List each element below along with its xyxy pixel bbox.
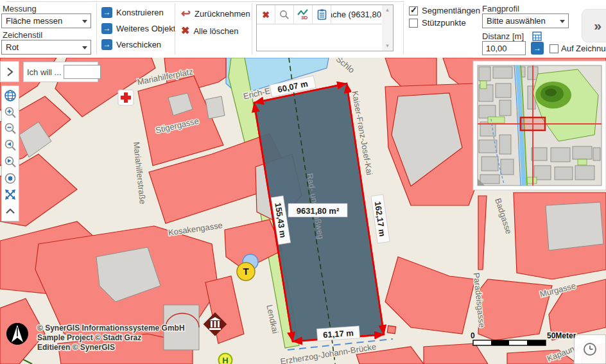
zeichenstil-select[interactable]: Rot bbox=[1, 40, 91, 55]
separator bbox=[403, 3, 404, 55]
history-clock-button[interactable] bbox=[574, 334, 606, 364]
toolbar-expand-button[interactable]: » bbox=[582, 9, 606, 42]
measure-result-list: ✖ 3D bbox=[256, 4, 394, 51]
open-sidebar-button[interactable] bbox=[0, 61, 19, 82]
checkbox-box[interactable]: ✓ bbox=[409, 19, 418, 28]
profile-3d-button[interactable]: 3D bbox=[294, 5, 313, 24]
toolbar-topline bbox=[6, 1, 404, 2]
zuruecknehmen-button[interactable]: ↩ Zurücknehmen bbox=[181, 8, 250, 19]
measure-toolbar: Messung Fläche messen Zeichenstil Rot → … bbox=[0, 0, 606, 58]
measure-result-row[interactable]: ✖ 3D bbox=[257, 5, 382, 24]
fangprofil-label: Fangprofil bbox=[482, 4, 519, 13]
area-label: 9631,80 m² bbox=[288, 204, 347, 217]
center-target-icon bbox=[4, 172, 17, 185]
fangprofil-select-value: Bitte auswählen bbox=[487, 16, 546, 26]
report-button[interactable] bbox=[313, 5, 331, 24]
chevron-right-icon bbox=[5, 67, 14, 77]
alle-loeschen-label: Alle löschen bbox=[193, 26, 238, 36]
center-map-button[interactable] bbox=[3, 171, 17, 186]
zoom-previous-icon bbox=[4, 139, 17, 152]
zoom-previous-button[interactable] bbox=[3, 138, 17, 152]
chevrons-right-icon: » bbox=[594, 18, 602, 33]
weboffice-app: Messung Fläche messen Zeichenstil Rot → … bbox=[0, 0, 606, 364]
stuetzpunkte-label: Stützpunkte bbox=[422, 18, 466, 28]
delete-result-button[interactable]: ✖ bbox=[257, 5, 275, 24]
alle-loeschen-button[interactable]: ✖ Alle löschen bbox=[181, 25, 239, 37]
zeichenstil-select-value: Rot bbox=[6, 42, 19, 52]
chevron-up-icon bbox=[4, 207, 16, 216]
caret-down-icon bbox=[82, 20, 87, 26]
konstruieren-label: Konstruieren bbox=[116, 8, 164, 17]
weiteres-objekt-button[interactable]: → Weiteres Objekt bbox=[101, 23, 175, 34]
zoom-in-icon bbox=[4, 106, 17, 119]
zoom-next-icon bbox=[4, 155, 17, 168]
snap-checkbox[interactable]: ✓ bbox=[550, 44, 558, 53]
result-list-scrollbar[interactable]: ▲ ▼ bbox=[382, 5, 393, 51]
zoom-to-result-button[interactable] bbox=[275, 5, 294, 24]
checkbox-box[interactable]: ✓ bbox=[409, 6, 418, 15]
check-icon: ✓ bbox=[410, 5, 417, 15]
stuetzpunkte-checkbox[interactable]: ✓ Stützpunkte bbox=[409, 18, 466, 28]
chart-3d-icon: 3D bbox=[297, 9, 309, 21]
redcross-icon bbox=[118, 90, 134, 105]
result-row-label: Fläche (9631,80 m²) bbox=[331, 5, 382, 24]
snap-label: Auf Zeichnung fang bbox=[561, 44, 606, 53]
zoom-out-icon bbox=[4, 122, 17, 135]
verschicken-label: Verschicken bbox=[116, 40, 161, 49]
separator bbox=[175, 3, 175, 55]
ich-will-search[interactable]: Ich will ... bbox=[23, 62, 98, 82]
overview-extent-rect[interactable] bbox=[521, 117, 545, 130]
scroll-down-icon[interactable]: ▼ bbox=[385, 41, 390, 51]
segmentlaengen-label: Segmentlängen bbox=[422, 6, 480, 15]
svg-text:3D: 3D bbox=[301, 15, 307, 21]
caret-down-icon bbox=[560, 20, 565, 26]
zoom-in-button[interactable] bbox=[3, 105, 17, 119]
zoom-next-button[interactable] bbox=[3, 155, 17, 169]
verschicken-button[interactable]: → Verschicken bbox=[101, 39, 161, 50]
bus-stop-icon: H bbox=[219, 354, 232, 364]
collapse-tools-button[interactable] bbox=[3, 204, 17, 218]
north-arrow-logo bbox=[6, 323, 28, 345]
svg-text:9631,80 m²: 9631,80 m² bbox=[297, 206, 340, 216]
messung-select-value: Fläche messen bbox=[6, 16, 62, 26]
svg-text:© SynerGIS Informationssysteme: © SynerGIS Informationssysteme GmbH bbox=[37, 324, 185, 333]
segmentlaengen-checkbox[interactable]: ✓ Segmentlängen bbox=[409, 6, 480, 15]
fangprofil-select[interactable]: Bitte auswählen bbox=[482, 13, 569, 28]
svg-text:H: H bbox=[222, 356, 228, 364]
arrow-right-icon: → bbox=[533, 44, 541, 53]
globe-icon bbox=[4, 89, 17, 102]
distanz-label: Distanz [m] bbox=[482, 31, 524, 41]
magnifier-icon bbox=[279, 10, 290, 20]
map-tools-strip bbox=[1, 85, 19, 221]
scroll-up-icon[interactable]: ▲ bbox=[385, 5, 390, 15]
fullscreen-arrows-icon bbox=[4, 188, 17, 201]
distanz-input[interactable] bbox=[482, 41, 526, 55]
fullscreen-button[interactable] bbox=[3, 187, 17, 202]
map-canvas[interactable]: Mariahilferplatz Stigergasse Mariahilfer… bbox=[0, 58, 606, 364]
overview-map[interactable] bbox=[473, 61, 606, 190]
messung-select[interactable]: Fläche messen bbox=[1, 13, 91, 28]
svg-text:Sample Project © Stadt Graz: Sample Project © Stadt Graz bbox=[37, 333, 141, 342]
svg-text:0: 0 bbox=[471, 331, 475, 340]
ich-will-label: Ich will ... bbox=[27, 67, 61, 77]
ich-will-input[interactable] bbox=[64, 65, 101, 79]
weiteres-objekt-label: Weiteres Objekt bbox=[116, 24, 175, 33]
messung-label: Messung bbox=[3, 4, 37, 13]
checkbox-box[interactable]: ✓ bbox=[550, 44, 558, 53]
svg-text:T: T bbox=[243, 266, 248, 277]
delete-x-icon: ✖ bbox=[181, 25, 189, 37]
delete-x-icon: ✖ bbox=[262, 9, 270, 21]
map-svg: Mariahilferplatz Stigergasse Mariahilfer… bbox=[0, 58, 606, 364]
zoom-out-button[interactable] bbox=[3, 121, 17, 135]
full-extent-button[interactable] bbox=[3, 89, 17, 103]
arrow-right-icon: → bbox=[101, 39, 112, 50]
caret-down-icon bbox=[82, 46, 87, 52]
arrow-right-icon: → bbox=[101, 7, 112, 18]
apply-distance-button[interactable]: → bbox=[531, 42, 544, 55]
zeichenstil-label: Zeichenstil bbox=[3, 30, 42, 40]
konstruieren-button[interactable]: → Konstruieren bbox=[101, 7, 164, 18]
zuruecknehmen-label: Zurücknehmen bbox=[195, 9, 250, 19]
arrow-right-icon: → bbox=[101, 23, 112, 34]
clipboard-icon bbox=[317, 9, 327, 20]
separator bbox=[252, 3, 252, 55]
